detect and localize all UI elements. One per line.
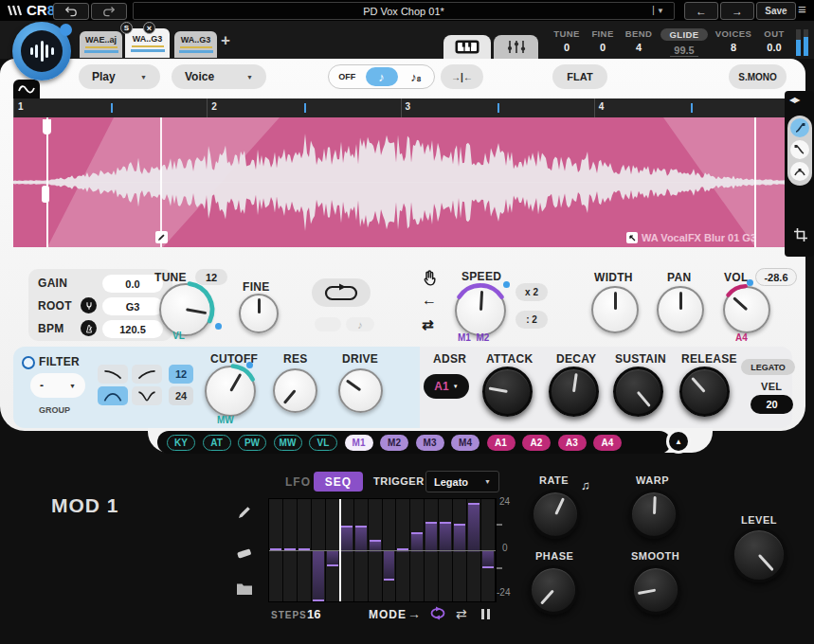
fade-tool-3[interactable] (790, 162, 809, 181)
filter-type-lowpass[interactable] (98, 365, 128, 384)
release-knob[interactable] (679, 367, 730, 417)
global-bend[interactable]: BEND4 (622, 28, 656, 57)
loop-mode-button[interactable] (312, 278, 371, 307)
mod-slot-a3[interactable]: A3 (558, 435, 587, 451)
prev-preset-button[interactable]: ← (684, 2, 718, 20)
sample-tab-1[interactable]: WAE..aj (80, 31, 122, 58)
play-mode-dropdown[interactable]: Play ▼ (79, 64, 160, 89)
mod-slot-mw[interactable]: MW (274, 435, 302, 451)
sample-name-badge[interactable] (626, 232, 638, 243)
mod-slot-m3[interactable]: M3 (416, 435, 444, 451)
sample-start-handle-mid[interactable] (42, 186, 49, 203)
mod-slot-a4[interactable]: A4 (593, 435, 622, 451)
decay-knob[interactable] (549, 367, 599, 417)
filter-type-bandpass-selected[interactable] (98, 386, 128, 405)
tab-keyboard-view[interactable] (443, 35, 491, 59)
redo-button[interactable] (91, 3, 127, 20)
mod-slot-m2[interactable]: M2 (380, 435, 408, 451)
global-param-value[interactable]: 0 (550, 42, 584, 53)
global-fine[interactable]: FINE0 (588, 28, 617, 57)
seq-erase-tool[interactable] (236, 546, 253, 564)
legato-button[interactable]: LEGATO (741, 359, 795, 375)
fine-knob[interactable] (239, 294, 279, 333)
sync-off-segment[interactable]: OFF (329, 72, 366, 81)
filter-group-dropdown[interactable]: - ▼ (30, 373, 85, 398)
pan-knob[interactable] (657, 286, 704, 333)
global-param-value[interactable]: 8 (713, 42, 754, 53)
speed-knob[interactable] (455, 285, 506, 336)
loop-sync-button[interactable]: ♪ (346, 317, 374, 331)
phase-knob[interactable] (529, 565, 578, 615)
sample-start-marker[interactable] (46, 117, 48, 247)
rate-sync-icon-wrap[interactable]: ♫ (581, 478, 590, 492)
alternate-mode-icon[interactable]: ⇄ (422, 316, 434, 333)
global-param-value[interactable]: 0.0 (759, 42, 789, 53)
global-param-value[interactable]: 4 (622, 42, 656, 53)
marker-edit-badge[interactable] (155, 231, 168, 243)
global-glide[interactable]: GLIDE99.5 (660, 28, 708, 57)
filter-slope-24[interactable]: 24 (169, 386, 193, 405)
vol-value[interactable]: -28.6 (755, 268, 797, 286)
undo-button[interactable] (53, 3, 89, 20)
fade-tool-selected[interactable] (790, 118, 809, 137)
next-preset-button[interactable]: → (720, 2, 754, 20)
root-detect-button[interactable] (81, 297, 97, 313)
root-value[interactable]: G3 (102, 297, 163, 315)
steps-value[interactable]: 16 (307, 607, 320, 621)
trim-button[interactable] (793, 227, 808, 246)
filter-enable-led[interactable] (22, 356, 35, 369)
mod-slot-a2[interactable]: A2 (522, 435, 551, 451)
filter-type-notch[interactable] (132, 386, 162, 405)
save-button[interactable]: Save (756, 2, 796, 20)
global-param-value[interactable]: 0 (588, 42, 617, 53)
global-param-value[interactable]: 99.5 (670, 45, 697, 57)
seq-grid[interactable] (268, 498, 497, 602)
waveform-display[interactable]: WA VocalFX Blur 01 G3 (13, 117, 787, 247)
mod-slot-m4[interactable]: M4 (451, 435, 479, 451)
mod-slot-pw[interactable]: PW (238, 435, 266, 451)
loop-length-field[interactable] (315, 317, 341, 331)
preset-dropdown[interactable]: | ▼ (652, 4, 664, 15)
mode-forward-button[interactable]: → (407, 606, 421, 621)
global-tune[interactable]: TUNE0 (550, 28, 584, 57)
flat-button[interactable]: FLAT (552, 64, 607, 89)
mode-pingpong-button[interactable]: ⇄ (456, 606, 467, 621)
smooth-knob[interactable] (631, 565, 680, 615)
seq-preset-tool[interactable] (236, 581, 253, 599)
global-voices[interactable]: VOICES8 (713, 28, 754, 57)
preset-field[interactable]: PD Vox Chop 01* (133, 2, 675, 20)
lfo-tab[interactable]: LFO (285, 475, 311, 489)
rate-knob[interactable] (531, 490, 580, 539)
width-knob[interactable] (591, 286, 639, 333)
global-out[interactable]: OUT0.0 (759, 28, 789, 57)
mode-pause-button[interactable] (481, 609, 490, 619)
bpm-detect-button[interactable] (81, 320, 97, 336)
mod-slot-m1[interactable]: M1 (345, 435, 373, 451)
warp-knob[interactable] (629, 490, 678, 539)
hzoom-control[interactable]: ◀▶ (789, 96, 799, 104)
mode-loop-button-selected[interactable] (428, 606, 447, 624)
cutoff-knob[interactable] (205, 366, 256, 417)
mod-slot-vl[interactable]: VL (309, 435, 337, 451)
voice-mode-dropdown[interactable]: Voice ▼ (172, 64, 266, 89)
fade-tool-2[interactable] (790, 140, 809, 159)
tune-knob[interactable] (159, 283, 212, 336)
snap-button[interactable]: →|← (441, 64, 483, 89)
vol-knob[interactable] (723, 286, 770, 333)
timeline-ruler[interactable]: 1234 (13, 98, 787, 117)
drive-knob[interactable] (338, 368, 383, 413)
reverse-mode-icon[interactable]: ← (422, 292, 437, 309)
level-knob[interactable] (732, 528, 787, 582)
sustain-knob[interactable] (613, 367, 663, 417)
mod-slot-a1[interactable]: A1 (487, 435, 516, 451)
tab-mixer-view[interactable] (494, 35, 538, 59)
collapse-mod-panel-button[interactable]: ▲ (666, 429, 691, 454)
mod-slot-at[interactable]: AT (203, 435, 231, 451)
vel-value[interactable]: 20 (751, 395, 793, 414)
loop-view-tab[interactable] (13, 80, 40, 98)
adsr-env-dropdown[interactable]: A1 ▼ (424, 374, 469, 399)
seq-draw-tool[interactable] (236, 504, 253, 525)
trigger-dropdown[interactable]: Legato ▼ (425, 471, 499, 492)
sample-start-handle-top[interactable] (43, 119, 51, 134)
mono-button[interactable]: S.MONO (729, 64, 787, 89)
